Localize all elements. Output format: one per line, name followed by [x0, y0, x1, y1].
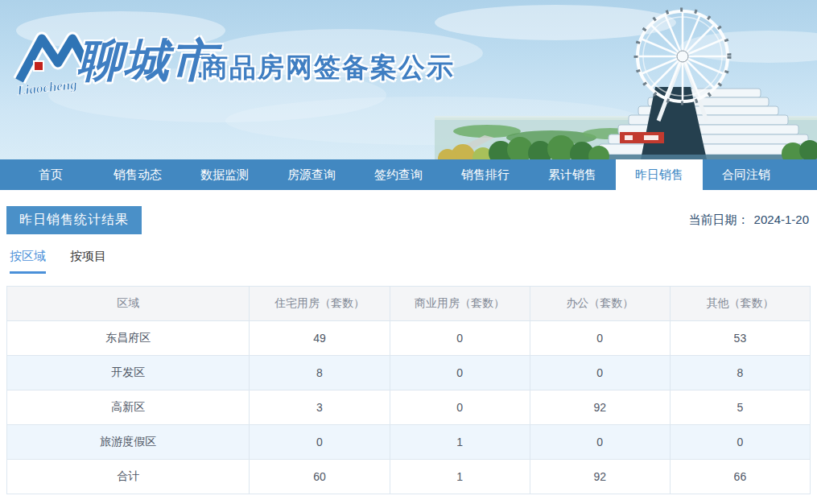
col-header-residential: 住宅用房（套数）	[250, 287, 390, 321]
nav-item-home[interactable]: 首页	[7, 159, 94, 190]
cell-region: 东昌府区	[7, 321, 250, 356]
cell-residential: 3	[250, 390, 390, 425]
nav-item-contract-cancellation[interactable]: 合同注销	[703, 159, 790, 190]
page: Liaocheng 聊城市 商品房网签备案公示 首页 销售动态 数据监测 房源查…	[0, 0, 817, 494]
table-header-row: 区域 住宅用房（套数） 商业用房（套数） 办公（套数） 其他（套数）	[7, 287, 811, 321]
cell-region: 合计	[7, 460, 250, 494]
current-date-value: 2024-1-20	[754, 213, 809, 226]
site-header: Liaocheng 聊城市 商品房网签备案公示	[0, 0, 817, 159]
cell-region: 高新区	[7, 390, 250, 425]
col-header-commercial: 商业用房（套数）	[390, 287, 530, 321]
main-nav: 首页 销售动态 数据监测 房源查询 签约查询 销售排行 累计销售 昨日销售 合同…	[0, 159, 817, 190]
cell-region: 旅游度假区	[7, 425, 250, 460]
cell-office: 0	[530, 425, 670, 460]
tab-by-region[interactable]: 按区域	[10, 249, 46, 274]
cell-residential: 49	[250, 321, 390, 356]
nav-item-yesterday-sales[interactable]: 昨日销售	[616, 159, 703, 190]
view-tabs: 按区域 按项目	[6, 249, 811, 274]
cell-commercial: 0	[390, 321, 530, 356]
tab-by-project[interactable]: 按项目	[70, 249, 106, 274]
section-title-badge: 昨日销售统计结果	[6, 206, 142, 234]
current-date: 当前日期：2024-1-20	[689, 213, 811, 228]
cell-other: 5	[670, 390, 810, 425]
cell-commercial: 0	[390, 390, 530, 425]
city-name: 聊城市	[77, 31, 217, 92]
cell-commercial: 1	[390, 460, 530, 494]
main-content: 昨日销售统计结果 当前日期：2024-1-20 按区域 按项目 区域 住宅用房（…	[0, 206, 817, 494]
cell-office: 0	[530, 321, 670, 356]
cell-other: 8	[670, 356, 810, 390]
nav-item-cumulative-sales[interactable]: 累计销售	[529, 159, 616, 190]
cell-commercial: 1	[390, 425, 530, 460]
col-header-other: 其他（套数）	[670, 287, 810, 321]
cell-office: 92	[530, 460, 670, 494]
nav-item-listing-query[interactable]: 房源查询	[268, 159, 355, 190]
nav-item-signing-query[interactable]: 签约查询	[355, 159, 442, 190]
cell-residential: 0	[250, 425, 390, 460]
nav-item-sales-ranking[interactable]: 销售排行	[442, 159, 529, 190]
nav-item-data-monitoring[interactable]: 数据监测	[181, 159, 268, 190]
yesterday-sales-table: 区域 住宅用房（套数） 商业用房（套数） 办公（套数） 其他（套数） 东昌府区 …	[6, 286, 811, 494]
logo-red-square	[34, 61, 43, 71]
table-row: 旅游度假区 0 1 0 0	[7, 425, 811, 460]
cell-residential: 60	[250, 460, 390, 494]
table-row-total: 合计 60 1 92 66	[7, 460, 811, 494]
table-row: 高新区 3 0 92 5	[7, 390, 811, 425]
cell-other: 0	[670, 425, 810, 460]
col-header-office: 办公（套数）	[530, 287, 670, 321]
cell-residential: 8	[250, 356, 390, 390]
nav-item-sales-dynamics[interactable]: 销售动态	[94, 159, 181, 190]
col-header-region: 区域	[7, 287, 250, 321]
cell-office: 0	[530, 356, 670, 390]
cell-office: 92	[530, 390, 670, 425]
table-row: 开发区 8 0 0 8	[7, 356, 811, 390]
table-row: 东昌府区 49 0 0 53	[7, 321, 811, 356]
cell-other: 53	[670, 321, 810, 356]
site-title: 商品房网签备案公示	[201, 50, 455, 86]
cell-other: 66	[670, 460, 810, 494]
current-date-label: 当前日期：	[689, 213, 749, 226]
cell-commercial: 0	[390, 356, 530, 390]
cell-region: 开发区	[7, 356, 250, 390]
